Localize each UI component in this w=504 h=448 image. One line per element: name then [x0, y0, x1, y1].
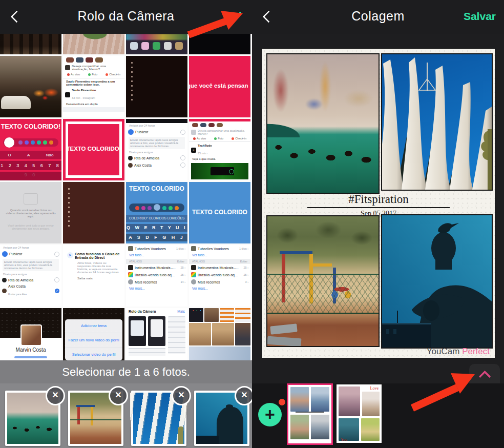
bird — [226, 404, 233, 408]
sheet-option-1[interactable]: Adicionar tema — [65, 319, 122, 332]
collage-photo-statue[interactable] — [381, 214, 493, 349]
grid-photo-r2c2[interactable]: Amigos por 24 horas Publicar Enviar dire… — [126, 119, 187, 180]
share-prompt: Deseja compartilhar uma atualização, Mar… — [72, 65, 122, 71]
collage-photo-ants[interactable] — [266, 53, 380, 194]
texto-colorido-title: TEXTO COLORIDO — [126, 185, 187, 192]
remove-photo-button[interactable]: ✕ — [46, 386, 65, 405]
color-picker-bar[interactable] — [129, 203, 184, 212]
paver — [270, 323, 297, 334]
selection-hint-bar: Selecionar de 1 a 6 fotos. — [0, 360, 252, 383]
selection-hint-text: Selecionar de 1 a 6 fotos. — [62, 365, 190, 379]
grid-photo-r1c2[interactable] — [126, 56, 187, 117]
grid-photo-r3c2[interactable]: TEXTO COLORIDO COLORIDO" OLORIDOS LORIDÕ… — [126, 182, 187, 243]
remove-photo-button[interactable]: ✕ — [109, 386, 128, 405]
collage-hashtag: #Fitspiration — [262, 193, 495, 206]
keyboard-row-2[interactable]: A S D F G H J K L — [126, 234, 187, 241]
expand-templates-tab[interactable] — [469, 364, 500, 383]
pensando-text: que você está pensan — [189, 83, 250, 89]
grid-photo-r0c0[interactable] — [0, 34, 61, 54]
grid-photo-r0c1[interactable] — [63, 34, 124, 54]
collage-photo-playground[interactable] — [266, 215, 380, 347]
group-thumb — [191, 246, 196, 251]
color-picker-bar[interactable] — [3, 138, 58, 147]
template-love-text: Love — [370, 386, 379, 391]
selected-thumb-playground[interactable]: ✕ — [68, 391, 123, 446]
grid-photo-r5c2[interactable]: Rolo da Câmera Mais — [126, 308, 187, 360]
photo-grid: Deseja compartilhar uma atualização, Mar… — [0, 34, 252, 360]
empty-direct-line1: Quando você receber fotos ou vídeos dire… — [5, 209, 56, 218]
keyboard-row-1[interactable]: Q W E R T Y U I O P — [126, 224, 187, 232]
sheet-option-2[interactable]: Fazer um novo vídeo do perfil — [65, 334, 122, 346]
grid-photo-r2c1[interactable]: TEXTO COLORIDO! — [63, 119, 124, 180]
grid-photo-r4c3[interactable]: Tubarões Voadores1 dica › Ver tudo... AT… — [189, 245, 250, 307]
grid-photo-r5c1[interactable]: Adicionar tema Fazer um novo vídeo do pe… — [63, 308, 124, 360]
ver-mais-link[interactable]: Ver mais... — [126, 286, 187, 291]
remove-photo-button[interactable]: ✕ — [172, 386, 191, 405]
grid-photo-r2c0[interactable]: TEXTO COLORIDO! OANão 1 2 3 4 5 6 7 8 9 … — [0, 119, 61, 180]
remove-photo-button[interactable]: ✕ — [235, 386, 252, 405]
ver-tudo-link[interactable]: Ver tudo... — [126, 252, 187, 258]
template-thumb-2[interactable]: Love You — [335, 383, 383, 444]
mais-link[interactable]: Mais — [177, 310, 185, 313]
grid-photo-r4c1[interactable]: ➤ Como funciona a Caixa de Entrada do Di… — [63, 245, 124, 307]
grid-photo-r1c3[interactable]: que você está pensan — [189, 56, 250, 117]
chevron-up-icon — [478, 370, 491, 382]
grid-photo-r1c0[interactable] — [0, 56, 61, 117]
confirm-check-icon[interactable] — [227, 11, 242, 23]
template-bar: + Love You — [252, 383, 504, 448]
avatar — [191, 130, 196, 135]
number-row[interactable]: 1 2 3 4 5 6 7 8 9 0 — [0, 161, 61, 170]
avatar — [128, 156, 133, 160]
stories-row — [63, 56, 124, 64]
grid-photo-r3c1[interactable] — [63, 182, 124, 243]
avatar — [128, 163, 133, 168]
profile-avatar — [20, 324, 42, 346]
page-title: Rolo da Câmera — [0, 9, 252, 24]
statue-hand — [178, 426, 183, 444]
selected-thumb-ants[interactable]: ✕ — [5, 391, 60, 446]
texto-colorido-center: TEXTO COLORIDO! — [63, 146, 124, 152]
yellow-arm — [309, 263, 332, 267]
suggestion-row[interactable]: COLORIDO" OLORIDOS LORIDÕES — [126, 215, 187, 222]
fb-top-label: Amigos por 24 horas — [126, 123, 187, 128]
grid-photo-r4c0[interactable]: Amigos por 24 horas Publicar Enviar dire… — [0, 245, 61, 307]
grid-photo-r3c0[interactable]: Quando você receber fotos ou vídeos dire… — [0, 182, 61, 243]
saiba-mais-link[interactable]: Saiba mais — [63, 274, 124, 280]
direct-body: Abra fotos, vídeos ou respostas diretas … — [63, 259, 124, 274]
grid-photo-r4c2[interactable]: Tubarões Voadores1 dica › Ver tudo... AT… — [126, 245, 187, 307]
watermark-brand: YouCam — [427, 347, 460, 356]
grid-photo-r1c1[interactable]: Deseja compartilhar uma atualização, Mar… — [63, 56, 124, 117]
shortcut-icon — [191, 265, 196, 270]
add-template-button[interactable]: + — [258, 403, 282, 426]
selected-thumb-cathedral[interactable]: ✕ — [131, 391, 186, 446]
texto-colorido-title: TEXTO COLORIDO! — [0, 123, 61, 130]
play-post-yellow — [91, 405, 93, 425]
techtudo-logo: tt — [191, 148, 196, 153]
template-you-text: You — [341, 437, 347, 442]
fence-line — [70, 419, 121, 420]
avatar — [65, 92, 70, 97]
checkin-chip: Check-in — [106, 73, 120, 76]
grid-photo-r5c0[interactable]: Marvin Costa — [0, 308, 61, 360]
shortcut-icon — [128, 265, 133, 270]
selected-thumb-statue[interactable]: ✕ — [194, 391, 249, 446]
suggestion-row[interactable]: OANão — [0, 151, 61, 159]
home-banner — [126, 34, 187, 40]
grid-photo-r0c3[interactable] — [189, 34, 250, 54]
save-button[interactable]: Salvar — [464, 10, 496, 23]
template-caption-line — [296, 412, 324, 413]
collage-canvas[interactable]: #Fitspiration Sep.05,2017 — [262, 49, 495, 358]
grid-photo-r0c2[interactable] — [126, 34, 187, 54]
camera-roll-header: Rolo da Câmera — [0, 0, 252, 34]
collage-photo-cathedral[interactable] — [381, 53, 493, 191]
live-chip: Ao vivo — [67, 73, 80, 76]
sheet-option-3[interactable]: Selecionar vídeo do perfil — [65, 349, 122, 360]
photo-chip: Foto — [88, 73, 97, 76]
grid-photo-r5c3[interactable] — [189, 308, 250, 360]
grid-photo-r3c3[interactable]: TEXTO COLORIDO — [189, 182, 250, 243]
grid-photo-r2c3[interactable]: Deseja compartilhar uma atualização, Mar… — [189, 119, 250, 180]
selected-photos-tray: ✕ ✕ ✕ ✕ — [0, 383, 252, 448]
profile-link[interactable] — [14, 356, 47, 358]
template-thumb-selected[interactable] — [287, 383, 333, 445]
story-line: Saulo Fiorentino respondeu a um comentár… — [63, 79, 124, 87]
